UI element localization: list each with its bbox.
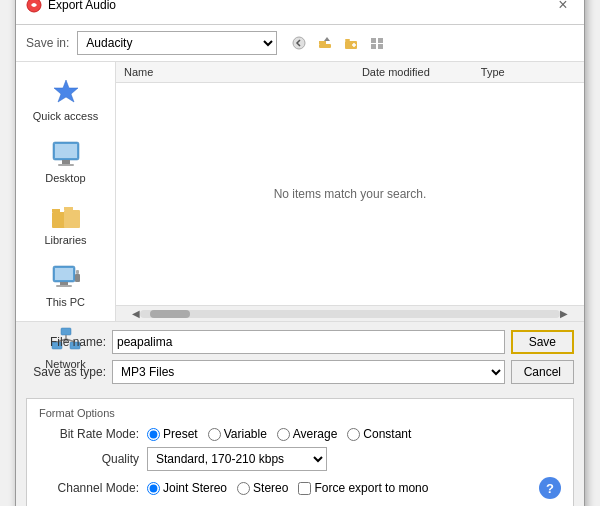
svg-rect-5: [345, 39, 350, 41]
back-button[interactable]: [287, 31, 311, 55]
svg-rect-26: [76, 270, 79, 274]
svg-rect-11: [378, 44, 383, 49]
svg-rect-17: [52, 212, 66, 228]
back-icon: [292, 36, 306, 50]
sidebar-item-libraries[interactable]: Libraries: [16, 194, 115, 252]
radio-average[interactable]: Average: [277, 427, 337, 441]
svg-rect-19: [64, 210, 80, 228]
col-type: Type: [481, 66, 576, 78]
this-pc-icon: [51, 264, 81, 292]
format-options-title: Format Options: [39, 407, 561, 419]
radio-preset[interactable]: Preset: [147, 427, 198, 441]
export-audio-dialog: Export Audio × Save in: Audacity: [15, 0, 585, 506]
save-in-label: Save in:: [26, 36, 69, 50]
file-list: Name Date modified Type No items match y…: [116, 62, 584, 321]
svg-rect-22: [55, 268, 73, 280]
close-button[interactable]: ×: [552, 0, 574, 16]
svg-rect-15: [62, 160, 70, 164]
quality-label: Quality: [39, 452, 139, 466]
help-button[interactable]: ?: [539, 477, 561, 499]
h-scrollbar-container: ◀ ▶: [116, 305, 584, 321]
svg-rect-16: [58, 164, 74, 166]
file-list-body: No items match your search.: [116, 83, 584, 305]
radio-joint-stereo[interactable]: Joint Stereo: [147, 481, 227, 495]
scroll-right-arrow[interactable]: ▶: [560, 308, 568, 319]
save-as-type-label: Save as type:: [26, 365, 106, 379]
bit-rate-radio-group: Preset Variable Average Constant: [147, 427, 411, 441]
svg-rect-2: [319, 44, 331, 48]
svg-rect-18: [52, 209, 60, 212]
sidebar-item-desktop[interactable]: Desktop: [16, 132, 115, 190]
radio-stereo[interactable]: Stereo: [237, 481, 288, 495]
title-bar: Export Audio ×: [16, 0, 584, 25]
col-name: Name: [124, 66, 362, 78]
svg-rect-9: [378, 38, 383, 43]
h-scrollbar[interactable]: [140, 310, 560, 318]
svg-rect-8: [371, 38, 376, 43]
toolbar-icons: [287, 31, 389, 55]
view-icon: [370, 36, 384, 50]
svg-rect-23: [60, 282, 68, 285]
sidebar-label-this-pc: This PC: [46, 296, 85, 308]
new-folder-icon: [344, 36, 358, 50]
svg-point-1: [293, 37, 305, 49]
channel-mode-row: Channel Mode: Joint Stereo Stereo Force …: [39, 477, 561, 499]
scroll-left-arrow[interactable]: ◀: [132, 308, 140, 319]
radio-variable[interactable]: Variable: [208, 427, 267, 441]
svg-rect-20: [64, 207, 73, 210]
svg-rect-25: [75, 274, 80, 282]
quick-access-icon: [51, 77, 81, 107]
up-button[interactable]: [313, 31, 337, 55]
save-in-toolbar: Save in: Audacity: [16, 25, 584, 62]
dialog-title: Export Audio: [48, 0, 116, 12]
sidebar-label-desktop: Desktop: [45, 172, 85, 184]
radio-constant[interactable]: Constant: [347, 427, 411, 441]
svg-rect-24: [56, 285, 72, 287]
quality-select[interactable]: Standard, 170-210 kbps: [147, 447, 327, 471]
save-in-select[interactable]: Audacity: [77, 31, 277, 55]
audacity-icon: [26, 0, 42, 13]
cancel-button[interactable]: Cancel: [511, 360, 574, 384]
bit-rate-label: Bit Rate Mode:: [39, 427, 139, 441]
sidebar-item-quick-access[interactable]: Quick access: [16, 70, 115, 128]
new-folder-button[interactable]: [339, 31, 363, 55]
file-name-label: File name:: [26, 335, 106, 349]
svg-rect-14: [55, 144, 77, 158]
view-button[interactable]: [365, 31, 389, 55]
file-list-header: Name Date modified Type: [116, 62, 584, 83]
sidebar: Quick access Desktop: [16, 62, 116, 321]
svg-rect-10: [371, 44, 376, 49]
channel-radio-group: Joint Stereo Stereo Force export to mono: [147, 481, 428, 495]
bit-rate-row: Bit Rate Mode: Preset Variable Average C…: [39, 427, 561, 441]
content-area: Quick access Desktop: [16, 62, 584, 322]
col-date: Date modified: [362, 66, 481, 78]
sidebar-item-this-pc[interactable]: This PC: [16, 256, 115, 314]
sidebar-label-quick-access: Quick access: [33, 110, 98, 122]
desktop-icon: [51, 140, 81, 168]
sidebar-label-libraries: Libraries: [44, 234, 86, 246]
quality-row: Quality Standard, 170-210 kbps: [39, 447, 561, 471]
empty-message: No items match your search.: [274, 187, 427, 201]
channel-mode-label: Channel Mode:: [39, 481, 139, 495]
up-icon: [318, 36, 332, 50]
save-as-type-select[interactable]: MP3 Files: [112, 360, 505, 384]
h-scroll-thumb[interactable]: [150, 310, 190, 318]
file-name-input[interactable]: [112, 330, 505, 354]
save-button[interactable]: Save: [511, 330, 574, 354]
libraries-icon: [51, 202, 81, 230]
format-options-section: Format Options Bit Rate Mode: Preset Var…: [26, 398, 574, 506]
title-bar-left: Export Audio: [26, 0, 116, 13]
svg-rect-3: [319, 41, 326, 44]
svg-marker-12: [54, 80, 78, 102]
svg-rect-27: [61, 328, 71, 335]
checkbox-force-mono[interactable]: Force export to mono: [298, 481, 428, 495]
